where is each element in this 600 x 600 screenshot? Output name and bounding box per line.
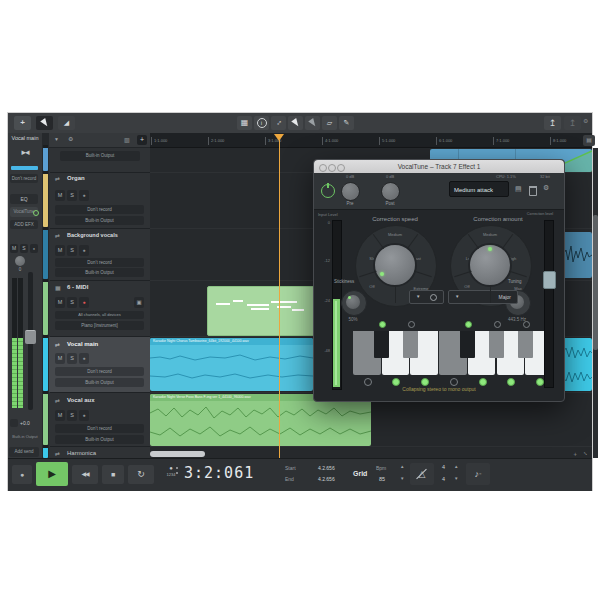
ruler-options-icon[interactable]: ▤	[583, 135, 595, 146]
inspector-record-mode-button[interactable]: Don't record	[10, 174, 38, 183]
count-in-button[interactable]: ● 1234	[158, 464, 184, 477]
time-sig-up-icon[interactable]: ▲	[454, 464, 458, 469]
horizontal-scrollbar-thumb[interactable]	[150, 451, 205, 457]
piano-black-key[interactable]	[403, 331, 418, 358]
track3-instrument-button[interactable]: Piano [Instrument]	[55, 321, 144, 330]
share-icon[interactable]: ↥	[564, 116, 581, 130]
pencil-tool-icon[interactable]: ✎	[339, 116, 354, 130]
plugin-window[interactable]: VocalTune – Track 7 Effect 1 0 dB Pre 0 …	[313, 159, 565, 402]
track1-mute-button[interactable]: M	[55, 190, 65, 201]
track1-record-mode-button[interactable]: Don't record	[55, 205, 144, 214]
piano-view-icon[interactable]: ▥	[124, 136, 130, 143]
track3-record-arm-button[interactable]: ●	[79, 297, 89, 308]
track4-name[interactable]: Vocal main	[67, 341, 98, 347]
add-send-button[interactable]: Add send	[9, 447, 39, 457]
time-sig-numerator[interactable]: 4	[442, 464, 445, 470]
scale-note-dot[interactable]	[465, 321, 472, 328]
scale-note-dot[interactable]	[494, 321, 501, 328]
correction-level-meter[interactable]	[544, 220, 554, 388]
track5-mute-button[interactable]: M	[55, 410, 65, 421]
move-tool-icon[interactable]: +	[14, 116, 31, 130]
clip-background-vocals[interactable]	[563, 232, 592, 278]
inspector-mute-button[interactable]: M	[10, 244, 18, 253]
track5-record-mode-button[interactable]: Don't record	[55, 424, 144, 433]
track-color-5[interactable]	[43, 393, 48, 445]
fader-handle[interactable]	[25, 330, 36, 344]
track5-output-button[interactable]: Built-in Output	[55, 435, 144, 444]
fade-tool-icon[interactable]: ◢	[58, 116, 75, 130]
post-knob[interactable]	[381, 182, 400, 201]
track1-name[interactable]: Organ	[67, 175, 85, 181]
play-button[interactable]: ▶	[36, 462, 68, 486]
track3-monitor-icon[interactable]: ▣	[134, 297, 144, 308]
correction-speed-knob[interactable]	[373, 243, 417, 287]
track-color-6[interactable]	[43, 447, 48, 458]
key-active-dot[interactable]	[479, 378, 487, 386]
metronome-button[interactable]: △	[410, 463, 434, 485]
track6-name[interactable]: Harmonica	[67, 450, 96, 456]
grid-button[interactable]: Grid	[353, 470, 367, 477]
stop-button[interactable]: ■	[102, 465, 124, 484]
scale-note-dot[interactable]	[408, 321, 415, 328]
add-track-button[interactable]: +	[137, 135, 147, 145]
track3-mute-button[interactable]: M	[55, 297, 65, 308]
track2-mute-button[interactable]: M	[55, 245, 65, 256]
correction-level-thumb[interactable]	[543, 271, 556, 289]
input-gain-bar[interactable]	[11, 166, 38, 170]
track1-record-arm-button[interactable]: ●	[79, 190, 89, 201]
grid-tool-icon[interactable]: ▦	[237, 116, 252, 130]
key-active-dot[interactable]	[364, 378, 372, 386]
select-tool-alt-icon[interactable]	[288, 116, 303, 130]
track1-solo-button[interactable]: S	[67, 190, 77, 201]
inspector-record-arm-button[interactable]: ●	[30, 244, 38, 253]
time-sig-down-icon[interactable]: ▼	[454, 476, 458, 481]
loop-button[interactable]: ↻	[128, 465, 154, 484]
scale-dropdown[interactable]: ▼ Major	[448, 290, 518, 304]
track-color-4[interactable]	[43, 337, 48, 391]
track-color-0[interactable]	[43, 147, 48, 171]
snap-dropdown[interactable]: ▼	[409, 290, 444, 304]
track5-name[interactable]: Vocal aux	[67, 397, 95, 403]
track3-name[interactable]: 6 - MIDI	[67, 284, 88, 290]
pointer-tool-icon[interactable]	[36, 116, 53, 130]
track0-output-button[interactable]: Built-in Output	[60, 151, 140, 161]
track4-solo-button[interactable]: S	[67, 353, 77, 364]
playhead-marker[interactable]	[274, 134, 284, 141]
plugin-power-button[interactable]	[321, 184, 335, 198]
inspector-add-fx-button[interactable]: ADD EFX	[10, 220, 38, 229]
scale-note-dot[interactable]	[523, 321, 530, 328]
track1-output-button[interactable]: Built-in Output	[55, 216, 144, 225]
expand-tool-icon[interactable]: ↕	[271, 116, 286, 130]
track4-record-arm-button[interactable]: ●	[79, 353, 89, 364]
eraser-tool-icon[interactable]: ▱	[322, 116, 337, 130]
inspector-solo-button[interactable]: S	[20, 244, 28, 253]
piano-keyboard[interactable]	[353, 331, 554, 375]
inspector-eq-button[interactable]: EQ	[10, 194, 38, 204]
clip-vocal-main-right[interactable]	[563, 338, 592, 391]
piano-black-key[interactable]	[374, 331, 389, 358]
track3-solo-button[interactable]: S	[67, 297, 77, 308]
toolbar-settings-icon[interactable]: ⚙	[583, 117, 588, 124]
record-button[interactable]: ●	[12, 465, 32, 484]
track2-record-mode-button[interactable]: Don't record	[55, 258, 144, 267]
key-active-dot[interactable]	[507, 378, 515, 386]
track5-record-arm-button[interactable]: ●	[79, 410, 89, 421]
pre-knob[interactable]	[341, 182, 360, 201]
track4-mute-button[interactable]: M	[55, 353, 65, 364]
key-active-dot[interactable]	[392, 378, 400, 386]
track2-record-arm-button[interactable]: ●	[79, 245, 89, 256]
pan-knob[interactable]	[15, 256, 25, 266]
filter-icon[interactable]: ▼	[54, 136, 59, 142]
key-active-dot[interactable]	[536, 378, 544, 386]
preset-delete-icon[interactable]	[529, 186, 537, 196]
time-display[interactable]: 3:2:061	[184, 464, 254, 482]
preset-save-icon[interactable]: ▤	[515, 185, 522, 193]
loop-end-value[interactable]: 4.2.656	[318, 476, 335, 482]
track3-input-button[interactable]: All channels, all devices	[55, 311, 144, 319]
key-active-dot[interactable]	[421, 378, 429, 386]
key-active-dot[interactable]	[450, 378, 458, 386]
piano-black-key[interactable]	[460, 331, 475, 358]
track-color-2[interactable]	[43, 229, 48, 279]
bpm-up-icon[interactable]: ▲	[400, 464, 404, 469]
scale-note-dot[interactable]	[379, 321, 386, 328]
